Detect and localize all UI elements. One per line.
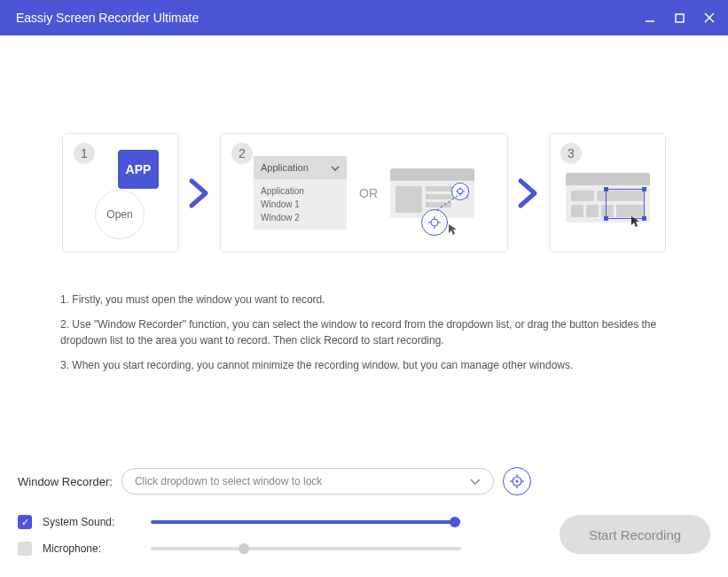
system-sound-checkbox[interactable]: ✓ xyxy=(18,515,32,529)
svg-rect-1 xyxy=(676,14,684,22)
open-label: Open xyxy=(95,190,145,239)
target-icon xyxy=(421,209,448,236)
step2-dropdown-header: Application xyxy=(254,156,347,179)
controls-row: ✓ System Sound: Microphone: Start Record… xyxy=(18,515,710,556)
svg-point-9 xyxy=(431,219,438,226)
step2-window-illustration xyxy=(390,168,474,218)
window-recorder-row: Window Recorder: Click dropdown to selec… xyxy=(18,467,710,495)
system-sound-row: ✓ System Sound: xyxy=(18,515,461,529)
microphone-row: Microphone: xyxy=(18,542,461,556)
svg-point-15 xyxy=(515,480,518,483)
step-2-badge: 2 xyxy=(231,143,253,164)
step-2-card: 2 Application Application Window 1 Windo… xyxy=(220,133,508,253)
chevron-down-icon xyxy=(470,475,481,487)
microphone-checkbox[interactable] xyxy=(18,542,32,556)
window-recorder-label: Window Recorder: xyxy=(18,475,113,488)
window-controls xyxy=(644,12,716,24)
step2-dropdown-body: Application Window 1 Window 2 xyxy=(254,179,347,230)
instruction-line-1: 1. Firstly, you must open the window you… xyxy=(60,292,668,308)
microphone-slider[interactable] xyxy=(151,547,461,550)
window-select-dropdown[interactable]: Click dropdown to select window to lock xyxy=(121,468,494,495)
cursor-icon xyxy=(630,215,641,228)
chevron-down-icon xyxy=(331,162,340,173)
chevron-right-icon xyxy=(517,177,540,209)
minimize-button[interactable] xyxy=(644,12,656,24)
content-area: 1 APP Open 2 Application Application Win… xyxy=(0,35,728,577)
close-button[interactable] xyxy=(703,12,716,24)
target-drag-button[interactable] xyxy=(503,467,531,495)
step-3-card: 3 xyxy=(549,133,666,253)
audio-sliders: ✓ System Sound: Microphone: xyxy=(18,515,461,556)
selection-frame xyxy=(606,189,645,219)
steps-row: 1 APP Open 2 Application Application Win… xyxy=(18,133,710,253)
or-label: OR xyxy=(359,186,378,200)
microphone-label: Microphone: xyxy=(43,542,140,555)
step3-window-illustration xyxy=(566,173,650,222)
drag-target-illustration xyxy=(421,209,448,236)
system-sound-label: System Sound: xyxy=(43,516,140,528)
maximize-button[interactable] xyxy=(674,12,685,24)
instructions: 1. Firstly, you must open the window you… xyxy=(18,292,710,382)
instruction-line-3: 3. When you start recording, you cannot … xyxy=(60,357,668,373)
step-3-badge: 3 xyxy=(560,143,582,164)
system-sound-slider[interactable] xyxy=(151,520,461,524)
step-1-card: 1 APP Open xyxy=(62,133,179,253)
step2-dropdown-illustration: Application Application Window 1 Window … xyxy=(254,156,347,230)
titlebar: Eassiy Screen Recorder Ultimate xyxy=(0,0,728,35)
dropdown-placeholder: Click dropdown to select window to lock xyxy=(135,475,322,487)
step-1-badge: 1 xyxy=(74,143,95,164)
chevron-right-icon xyxy=(188,177,211,209)
cursor-icon xyxy=(448,223,458,236)
bottom-controls: Window Recorder: Click dropdown to selec… xyxy=(18,467,710,577)
instruction-line-2: 2. Use "Window Recorder" function, you c… xyxy=(60,316,668,348)
app-icon: APP xyxy=(118,150,159,189)
app-title: Eassiy Screen Recorder Ultimate xyxy=(16,11,199,25)
start-recording-button[interactable]: Start Recording xyxy=(560,515,710,554)
